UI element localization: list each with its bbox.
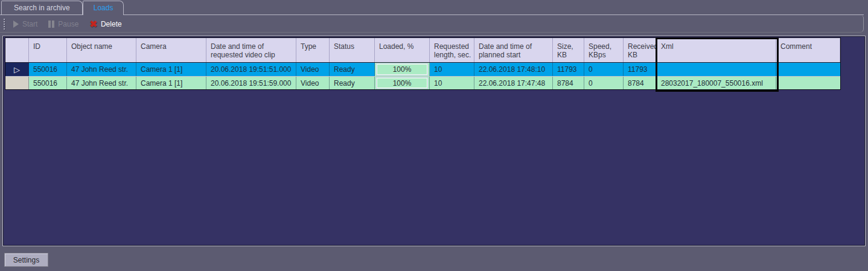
- cell-type[interactable]: Video: [296, 77, 330, 89]
- cell-size-kb[interactable]: 8784: [553, 77, 584, 89]
- tab-search-in-archive[interactable]: Search in archive: [1, 1, 83, 14]
- col-header-comment[interactable]: Comment: [776, 38, 840, 62]
- pause-icon: [48, 21, 54, 28]
- table-row[interactable]: ▷ 550016 47 John Reed str. Camera 1 [1] …: [5, 63, 840, 76]
- col-header-id[interactable]: ID: [29, 38, 67, 62]
- toolbar-grip-icon[interactable]: [2, 19, 8, 30]
- cell-object-name[interactable]: 47 John Reed str.: [67, 77, 136, 89]
- cell-xml[interactable]: [657, 63, 776, 76]
- cell-type[interactable]: Video: [296, 63, 330, 76]
- table-row[interactable]: 550016 47 John Reed str. Camera 1 [1] 20…: [5, 76, 840, 89]
- pause-button[interactable]: Pause: [43, 17, 84, 31]
- col-header-planned-start[interactable]: Date and time of planned start: [474, 38, 553, 62]
- loads-table: ID Object name Camera Date and time of r…: [5, 37, 841, 90]
- col-header-loaded[interactable]: Loaded, %: [375, 38, 430, 62]
- toolbar: Start Pause ✖ Delete: [0, 16, 864, 33]
- cell-comment[interactable]: [776, 63, 840, 76]
- cell-size-kb[interactable]: 11793: [553, 63, 584, 76]
- row-selector-cell[interactable]: [5, 77, 29, 89]
- cell-camera[interactable]: Camera 1 [1]: [136, 77, 206, 89]
- cell-speed-kbps[interactable]: 0: [584, 63, 624, 76]
- col-header-camera[interactable]: Camera: [136, 38, 206, 62]
- delete-x-icon: ✖: [89, 19, 97, 30]
- progress-bar: 100%: [377, 78, 427, 88]
- cell-camera[interactable]: Camera 1 [1]: [136, 63, 206, 76]
- tab-search-label: Search in archive: [14, 4, 70, 12]
- delete-button-label: Delete: [101, 20, 122, 28]
- cell-id[interactable]: 550016: [29, 63, 67, 76]
- cell-planned-start[interactable]: 22.06.2018 17:47:48: [474, 77, 553, 89]
- pause-button-label: Pause: [58, 20, 78, 28]
- cell-requested-length[interactable]: 10: [430, 63, 474, 76]
- col-header-xml[interactable]: Xml: [657, 38, 776, 62]
- grid-header-row: ID Object name Camera Date and time of r…: [5, 38, 840, 63]
- col-header-type[interactable]: Type: [296, 38, 330, 62]
- current-row-indicator-icon[interactable]: ▷: [5, 63, 29, 76]
- col-header-size-kb[interactable]: Size, KB: [553, 38, 584, 62]
- tab-strip: Search in archive Loads: [0, 0, 864, 15]
- col-header-received-kb[interactable]: Received KB: [624, 38, 657, 62]
- cell-planned-start[interactable]: 22.06.2018 17:48:10: [474, 63, 553, 76]
- col-header-requested-length[interactable]: Requested length, sec.: [430, 38, 474, 62]
- cell-xml[interactable]: 28032017_180007_550016.xml: [657, 77, 776, 89]
- cell-object-name[interactable]: 47 John Reed str.: [67, 63, 136, 76]
- cell-loaded-progress[interactable]: 100%: [375, 77, 430, 89]
- col-header-object-name[interactable]: Object name: [67, 38, 136, 62]
- cell-received-kb[interactable]: 8784: [624, 77, 657, 89]
- loads-grid: ID Object name Camera Date and time of r…: [2, 36, 866, 246]
- cell-received-kb[interactable]: 11793: [624, 63, 657, 76]
- cell-status[interactable]: Ready: [330, 63, 375, 76]
- cell-speed-kbps[interactable]: 0: [584, 77, 624, 89]
- col-header-requested-clip-datetime[interactable]: Date and time of requested video clip: [206, 38, 296, 62]
- col-header-row-selector[interactable]: [5, 38, 29, 62]
- progress-bar: 100%: [377, 64, 427, 75]
- cell-requested-clip-datetime[interactable]: 20.06.2018 19:51:59.000: [206, 77, 296, 89]
- delete-button[interactable]: ✖ Delete: [84, 17, 127, 31]
- cell-status[interactable]: Ready: [330, 77, 375, 89]
- col-header-status[interactable]: Status: [330, 38, 375, 62]
- cell-loaded-progress[interactable]: 100%: [375, 63, 430, 76]
- start-button[interactable]: Start: [8, 17, 43, 31]
- settings-button[interactable]: Settings: [4, 253, 48, 267]
- cell-requested-length[interactable]: 10: [430, 77, 474, 89]
- play-icon: [13, 21, 19, 28]
- cell-comment[interactable]: [776, 77, 840, 89]
- col-header-speed-kbps[interactable]: Speed, KBps: [584, 38, 624, 62]
- start-button-label: Start: [22, 20, 37, 28]
- cell-id[interactable]: 550016: [29, 77, 67, 89]
- tab-loads-label: Loads: [94, 4, 113, 12]
- cell-requested-clip-datetime[interactable]: 20.06.2018 19:51:51.000: [206, 63, 296, 76]
- tab-loads[interactable]: Loads: [83, 1, 124, 15]
